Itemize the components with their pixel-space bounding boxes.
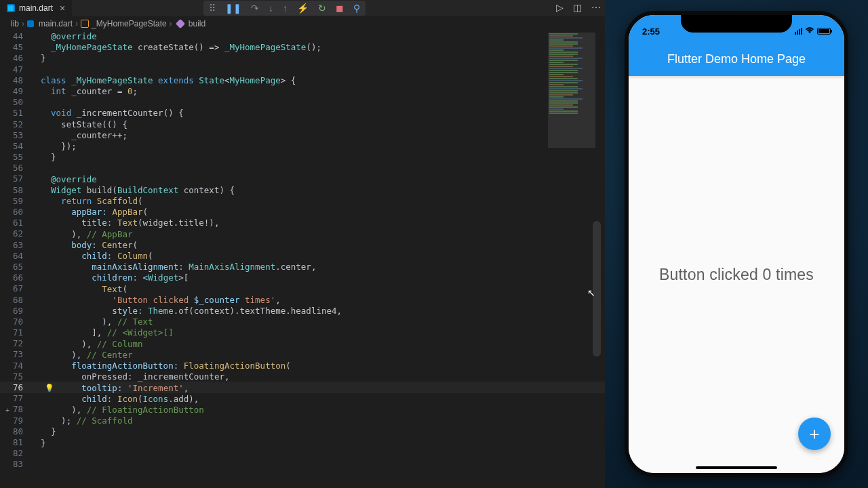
- inspector-icon[interactable]: ⚲: [353, 3, 360, 14]
- scrollbar-thumb[interactable]: [593, 221, 601, 357]
- hot-reload-icon[interactable]: ⚡: [297, 3, 309, 14]
- phone-frame: 2:55 Flutter Demo Home Page Button click…: [625, 11, 848, 477]
- chevron-right-icon: ›: [22, 19, 24, 28]
- step-over-icon[interactable]: ↷: [251, 3, 259, 14]
- class-icon: [81, 20, 89, 28]
- home-indicator[interactable]: [696, 466, 777, 469]
- app-bar: Flutter Demo Home Page: [629, 42, 844, 76]
- ios-simulator: 2:55 Flutter Demo Home Page Button click…: [605, 0, 868, 488]
- dart-icon: [27, 20, 34, 27]
- editor-top-actions: ▷ ◫ ⋯: [556, 2, 601, 13]
- breadcrumb-class[interactable]: _MyHomePageState: [92, 19, 167, 28]
- chevron-right-icon: ›: [170, 19, 172, 28]
- floating-action-button[interactable]: +: [798, 418, 831, 450]
- breadcrumb[interactable]: lib › main.dart › _MyHomePageState › bui…: [0, 16, 605, 31]
- wifi-icon: [805, 26, 814, 36]
- add-line-icon[interactable]: +: [5, 405, 9, 416]
- restart-icon[interactable]: ↻: [318, 3, 326, 14]
- close-icon[interactable]: ×: [60, 3, 65, 14]
- stop-icon[interactable]: ◼: [336, 3, 344, 14]
- line-number-gutter: 4445464748495051525354555657585960616263…: [0, 31, 33, 488]
- tab-filename: main.dart: [19, 3, 53, 13]
- drag-handle-icon[interactable]: ⠿: [209, 3, 216, 14]
- split-editor-icon[interactable]: ◫: [573, 2, 582, 13]
- battery-icon: [817, 28, 831, 35]
- tab-main-dart[interactable]: main.dart ×: [0, 0, 72, 16]
- breadcrumb-folder[interactable]: lib: [11, 19, 19, 28]
- editor-pane: main.dart × ⠿ ❚❚ ↷ ↓ ↑ ⚡ ↻ ◼ ⚲ ▷ ◫ ⋯ lib…: [0, 0, 605, 488]
- phone-notch: [681, 15, 792, 33]
- code-area[interactable]: 4445464748495051525354555657585960616263…: [0, 31, 605, 488]
- method-icon: [176, 19, 185, 28]
- app-body: Button clicked 0 times: [629, 76, 844, 473]
- minimap[interactable]: [548, 33, 595, 148]
- dart-icon: [7, 4, 15, 12]
- chevron-right-icon: ›: [75, 19, 78, 28]
- cellular-icon: [795, 28, 802, 35]
- breadcrumb-file[interactable]: main.dart: [39, 19, 73, 28]
- app-bar-title: Flutter Demo Home Page: [667, 52, 806, 66]
- status-icons: [795, 26, 831, 36]
- pause-icon[interactable]: ❚❚: [225, 3, 241, 14]
- step-into-icon[interactable]: ↓: [269, 3, 273, 14]
- breadcrumb-method[interactable]: build: [189, 19, 205, 28]
- debug-toolbar[interactable]: ⠿ ❚❚ ↷ ↓ ↑ ⚡ ↻ ◼ ⚲: [203, 1, 366, 16]
- status-time: 2:55: [642, 26, 660, 37]
- more-actions-icon[interactable]: ⋯: [591, 2, 601, 13]
- plus-icon: +: [809, 424, 819, 445]
- code-content[interactable]: @override _MyHomePageState createState()…: [33, 31, 605, 488]
- source-code[interactable]: @override _MyHomePageState createState()…: [41, 31, 605, 449]
- counter-text: Button clicked 0 times: [659, 266, 814, 284]
- step-out-icon[interactable]: ↑: [283, 3, 288, 14]
- run-icon[interactable]: ▷: [556, 2, 564, 13]
